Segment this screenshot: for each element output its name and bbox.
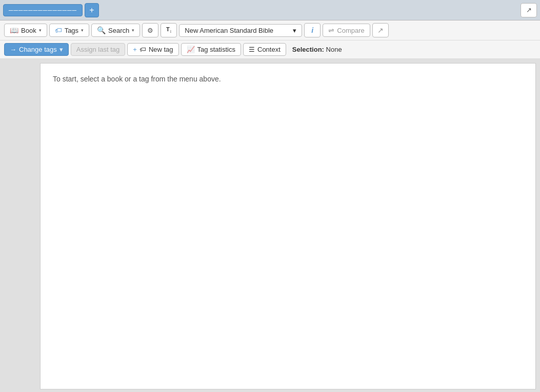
new-tag-button[interactable]: + 🏷 New tag bbox=[127, 43, 178, 56]
toolbar-secondary: → Change tags ▾ Assign last tag + 🏷 New … bbox=[0, 40, 540, 59]
tags-button[interactable]: 🏷 Tags ▾ bbox=[49, 24, 89, 37]
arrow-tag-icon: → bbox=[10, 46, 16, 53]
top-bar: ────────────── + ↗ bbox=[0, 0, 540, 20]
compare-icon: ⇌ bbox=[328, 26, 334, 34]
export-icon: ↗ bbox=[377, 26, 384, 34]
search-chevron-icon: ▾ bbox=[132, 28, 134, 33]
left-sidebar bbox=[4, 63, 40, 389]
search-label: Search bbox=[108, 27, 129, 34]
compare-label: Compare bbox=[337, 27, 364, 34]
new-tag-label: New tag bbox=[149, 46, 173, 53]
tags-label: Tags bbox=[65, 27, 78, 34]
tag-statistics-label: Tag statistics bbox=[197, 46, 235, 53]
search-button[interactable]: 🔍 Search ▾ bbox=[91, 24, 140, 37]
bible-chevron-icon: ▾ bbox=[293, 27, 296, 34]
selection-value: None bbox=[326, 46, 342, 53]
tags-icon: 🏷 bbox=[55, 26, 62, 34]
selection-info: Selection: None bbox=[292, 46, 342, 53]
info-button[interactable]: i bbox=[304, 23, 321, 37]
assign-last-tag-label: Assign last tag bbox=[76, 46, 120, 53]
context-button[interactable]: ☰ Context bbox=[243, 43, 286, 56]
export-button[interactable]: ↗ bbox=[372, 23, 389, 37]
fontsize-button[interactable]: T↕ bbox=[161, 23, 177, 37]
change-tags-chevron-icon: ▾ bbox=[59, 46, 63, 53]
app-title[interactable]: ────────────── bbox=[3, 4, 83, 16]
expand-button[interactable]: ↗ bbox=[521, 3, 537, 17]
tag-icon-small: 🏷 bbox=[139, 46, 146, 53]
change-tags-button[interactable]: → Change tags ▾ bbox=[4, 43, 69, 56]
book-button[interactable]: 📖 Book ▾ bbox=[4, 24, 47, 37]
info-icon: i bbox=[311, 26, 313, 34]
settings-button[interactable]: ⚙ bbox=[142, 23, 158, 37]
list-icon: ☰ bbox=[249, 46, 255, 53]
tag-statistics-button[interactable]: 📈 Tag statistics bbox=[181, 43, 241, 56]
context-label: Context bbox=[257, 46, 281, 53]
book-label: Book bbox=[21, 27, 36, 34]
intro-text: To start, select a book or a tag from th… bbox=[53, 74, 523, 85]
tags-chevron-icon: ▾ bbox=[81, 28, 84, 33]
compare-button[interactable]: ⇌ Compare bbox=[323, 24, 370, 37]
content-area: To start, select a book or a tag from th… bbox=[40, 63, 536, 389]
bible-version-selector[interactable]: New American Standard Bible ▾ bbox=[179, 24, 302, 37]
plus-icon: + bbox=[89, 6, 94, 15]
bible-version-text: New American Standard Bible bbox=[185, 27, 273, 34]
fontsize-icon: T↕ bbox=[166, 26, 172, 34]
selection-label: Selection: bbox=[292, 46, 324, 53]
book-icon: 📖 bbox=[10, 26, 18, 34]
book-chevron-icon: ▾ bbox=[39, 28, 42, 33]
assign-last-tag-button[interactable]: Assign last tag bbox=[71, 43, 126, 56]
add-button[interactable]: + bbox=[85, 3, 99, 17]
chart-icon: 📈 bbox=[187, 46, 195, 53]
toolbar-primary: 📖 Book ▾ 🏷 Tags ▾ 🔍 Search ▾ ⚙ T↕ New Am… bbox=[0, 20, 540, 40]
main-container: To start, select a book or a tag from th… bbox=[0, 59, 540, 392]
search-icon: 🔍 bbox=[97, 26, 106, 34]
expand-icon: ↗ bbox=[526, 6, 532, 14]
gear-icon: ⚙ bbox=[147, 27, 153, 34]
change-tags-label: Change tags bbox=[19, 46, 57, 53]
plus-tag-icon: + bbox=[133, 46, 137, 53]
